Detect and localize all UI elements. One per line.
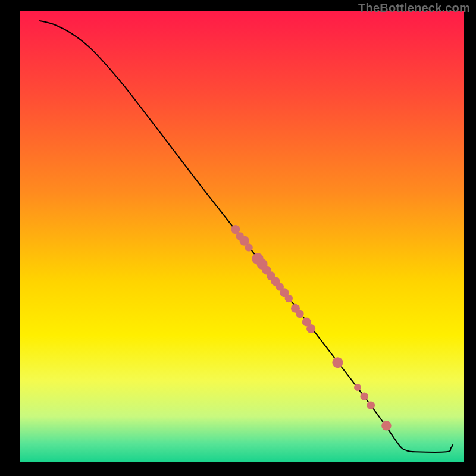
data-point [245, 243, 253, 251]
data-point [296, 310, 303, 318]
chart-frame: TheBottleneck.com [0, 0, 476, 476]
data-point [360, 392, 368, 400]
data-point [332, 357, 343, 368]
data-point [306, 324, 315, 333]
data-point [354, 384, 361, 391]
data-point [285, 295, 293, 302]
data-point [381, 421, 391, 430]
watermark-label: TheBottleneck.com [358, 1, 470, 15]
data-point [367, 402, 375, 409]
bottleneck-chart [0, 0, 476, 476]
